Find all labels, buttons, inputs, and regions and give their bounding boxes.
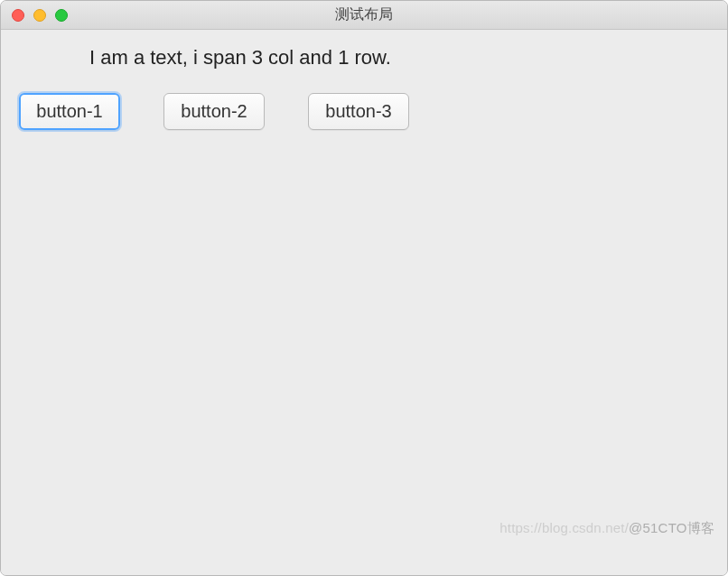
watermark-text: @51CTO博客 [629,520,714,535]
content-area: I am a text, i span 3 col and 1 row. but… [1,30,727,575]
close-icon[interactable] [12,9,24,22]
span-label: I am a text, i span 3 col and 1 row. [19,46,409,70]
button-1[interactable]: button-1 [19,93,120,130]
button-3[interactable]: button-3 [308,93,409,130]
app-window: 测试布局 I am a text, i span 3 col and 1 row… [0,0,728,576]
grid-layout: I am a text, i span 3 col and 1 row. but… [19,46,709,130]
maximize-icon[interactable] [55,9,68,22]
minimize-icon[interactable] [33,9,46,22]
watermark-url: https://blog.csdn.net/ [499,520,629,535]
titlebar: 测试布局 [1,1,727,30]
watermark: https://blog.csdn.net/@51CTO博客 [499,520,714,537]
traffic-lights [1,9,68,22]
button-2[interactable]: button-2 [163,93,265,130]
window-title: 测试布局 [1,5,727,24]
